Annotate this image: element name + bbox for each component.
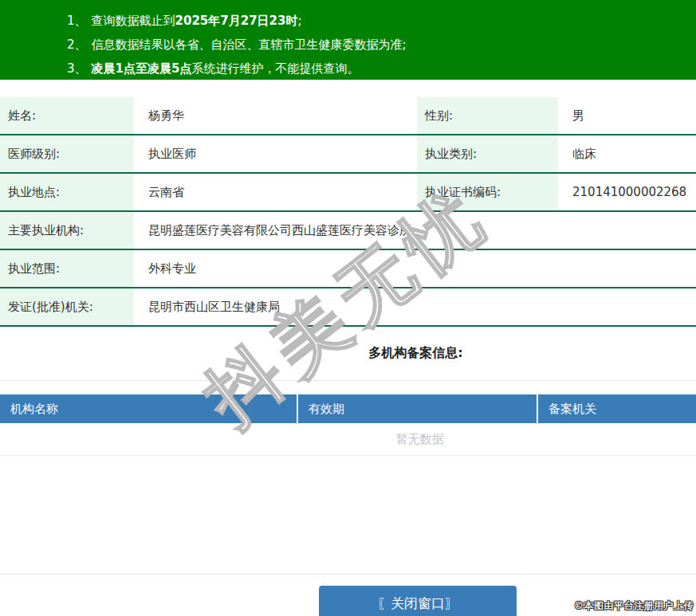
no-data-placeholder: 暂无数据: [0, 423, 696, 456]
practice-category-label: 执业类别:: [417, 135, 558, 172]
spacer: [0, 456, 696, 574]
org-name-column-header: 机构名称: [0, 394, 298, 423]
doctor-level-value: 执业医师: [134, 135, 417, 172]
practice-location-value: 云南省: [134, 174, 417, 210]
main-org-label: 主要执业机构:: [0, 212, 134, 249]
notice-banner: 1、查询数据截止到2025年7月27日23时; 2、信息数据结果以各省、自治区、…: [0, 0, 696, 80]
name-label: 姓名:: [0, 97, 134, 134]
practice-location-label: 执业地点:: [0, 174, 134, 210]
table-row: 医师级别: 执业医师 执业类别: 临床: [0, 135, 696, 174]
issuing-authority-label: 发证(批准)机关:: [0, 288, 134, 325]
main-org-value: 昆明盛莲医疗美容有限公司西山盛莲医疗美容诊所: [134, 212, 696, 249]
practice-category-value: 临床: [558, 135, 696, 172]
certificate-number-value: 210141000002268: [558, 174, 696, 210]
notice-line-1: 1、查询数据截止到2025年7月27日23时;: [67, 9, 680, 33]
table-row: 执业地点: 云南省 执业证书编码: 210141000002268: [0, 174, 696, 212]
issuing-authority-value: 昆明市西山区卫生健康局: [134, 288, 696, 325]
practice-scope-label: 执业范围:: [0, 250, 134, 287]
multi-org-section-title: 多机构备案信息:: [0, 327, 696, 381]
upload-credit-text: ©本图由平台注册用户上传: [574, 599, 694, 613]
table-row: 姓名: 杨勇华 性别: 男: [0, 97, 696, 135]
close-window-button[interactable]: 〖关闭窗口〗: [319, 586, 517, 616]
name-value: 杨勇华: [134, 97, 417, 134]
table-row: 执业范围: 外科专业: [0, 250, 696, 288]
table-row: 主要执业机构: 昆明盛莲医疗美容有限公司西山盛莲医疗美容诊所: [0, 212, 696, 250]
doctor-level-label: 医师级别:: [0, 135, 134, 172]
filing-authority-column-header: 备案机关: [538, 394, 696, 423]
practice-scope-value: 外科专业: [134, 250, 696, 287]
practitioner-info-table: 姓名: 杨勇华 性别: 男 医师级别: 执业医师 执业类别: 临床 执业地点: …: [0, 97, 696, 327]
validity-column-header: 有效期: [298, 394, 538, 423]
certificate-number-label: 执业证书编码:: [417, 174, 558, 210]
table-row: 发证(批准)机关: 昆明市西山区卫生健康局: [0, 288, 696, 327]
gender-value: 男: [558, 97, 696, 134]
gender-label: 性别:: [417, 97, 558, 134]
notice-line-3: 3、凌晨1点至凌晨5点系统进行维护，不能提供查询。: [67, 57, 680, 80]
notice-number: 2、: [67, 37, 87, 52]
notice-line-2: 2、信息数据结果以各省、自治区、直辖市卫生健康委数据为准;: [67, 33, 680, 57]
notice-number: 1、: [67, 14, 87, 28]
multi-org-table-header: 机构名称 有效期 备案机关: [0, 394, 696, 423]
query-result-page: 1、查询数据截止到2025年7月27日23时; 2、信息数据结果以各省、自治区、…: [0, 0, 696, 616]
notice-number: 3、: [67, 61, 87, 76]
